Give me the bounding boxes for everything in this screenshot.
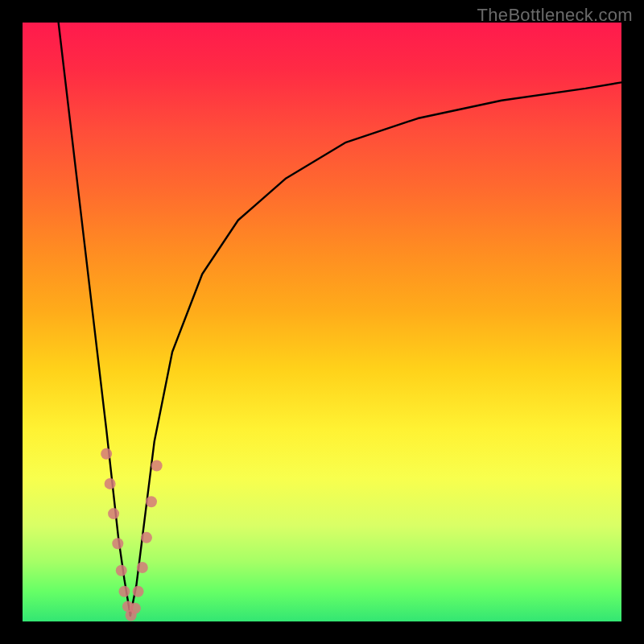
chart-frame: TheBottleneck.com [0, 0, 644, 644]
data-point [141, 532, 152, 543]
data-point [118, 586, 130, 597]
data-point [151, 460, 163, 472]
data-point [137, 562, 148, 573]
data-point [130, 603, 141, 614]
data-point [101, 448, 112, 460]
chart-svg [23, 23, 621, 621]
curve-right-arm [130, 82, 621, 615]
data-point [105, 478, 116, 489]
data-point [108, 508, 119, 519]
data-point [112, 538, 123, 549]
data-point [146, 496, 157, 507]
data-point [116, 565, 127, 576]
plot-area [23, 23, 621, 621]
curve-left-arm [59, 23, 130, 616]
data-point [133, 586, 144, 597]
